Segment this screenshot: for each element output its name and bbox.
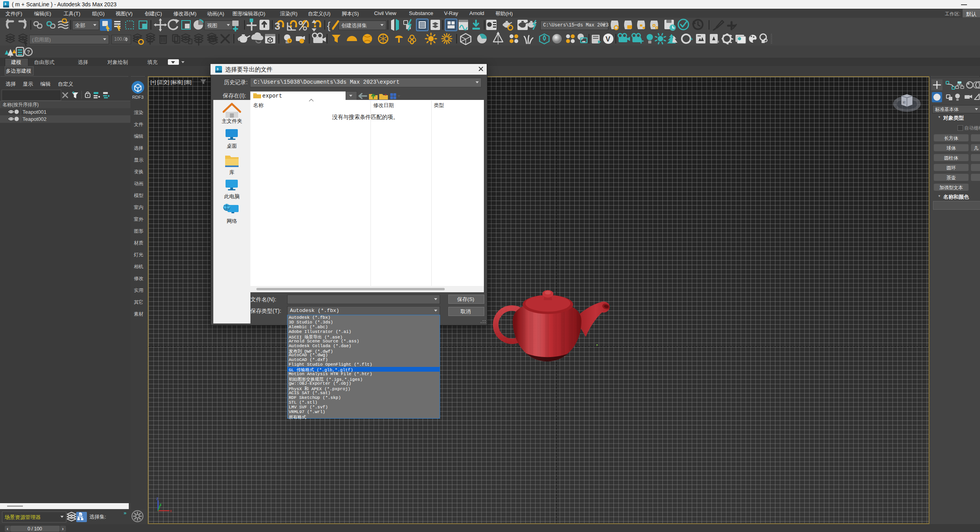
svg-text:3: 3 <box>275 20 280 32</box>
svg-text:{: { <box>327 20 331 32</box>
svg-text:V: V <box>606 35 610 43</box>
svg-text:x: x <box>170 509 172 513</box>
svg-text:z: z <box>156 496 158 501</box>
svg-text:*: * <box>385 93 387 98</box>
svg-text:?: ? <box>27 49 30 55</box>
svg-text:?: ? <box>288 39 291 43</box>
svg-text:前: 前 <box>903 101 906 104</box>
svg-text:3: 3 <box>216 67 218 71</box>
svg-text:3: 3 <box>4 2 6 6</box>
